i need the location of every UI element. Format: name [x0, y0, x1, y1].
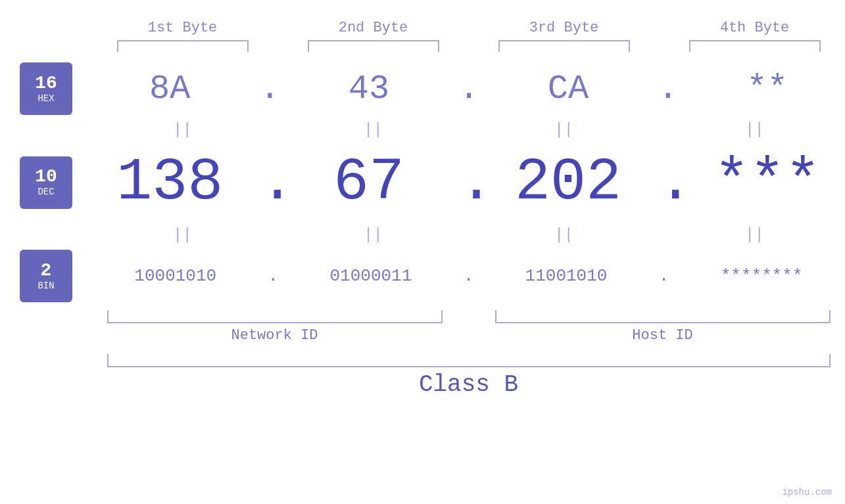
bin-base-number: 2	[41, 261, 52, 281]
eq3-hex: ||	[498, 121, 630, 139]
class-label: Class B	[419, 371, 518, 398]
hex-badge-col: 16 HEX	[0, 62, 92, 115]
eq1-hex: ||	[117, 121, 249, 139]
byte4-hex: **	[702, 70, 833, 108]
eq2-hex: ||	[308, 121, 439, 139]
bracket-byte3-top	[498, 40, 630, 52]
byte1-dec: 138	[104, 149, 235, 216]
dot3-bin: .	[658, 266, 671, 286]
byte3-bin: 11001010	[491, 266, 642, 286]
byte2-hex: 43	[303, 70, 435, 108]
bracket-byte1-top	[117, 40, 249, 52]
byte2-dec: 67	[303, 149, 435, 216]
dot1-bin: .	[266, 266, 279, 286]
byte2-label: 2nd Byte	[308, 20, 439, 36]
bracket-byte4-top	[689, 40, 821, 52]
dot1-dec: .	[260, 149, 279, 216]
byte1-bin: 10001010	[100, 266, 251, 286]
dot2-dec: .	[458, 149, 478, 216]
dec-badge: 10 DEC	[20, 156, 72, 209]
bracket-host-bottom	[495, 310, 831, 323]
byte4-label: 4th Byte	[689, 20, 821, 36]
bin-badge-col: 2 BIN	[0, 250, 92, 302]
host-id-label: Host ID	[495, 327, 831, 344]
eq3-dec: ||	[498, 226, 630, 244]
bin-badge: 2 BIN	[20, 250, 72, 302]
bottom-brackets	[107, 310, 831, 323]
byte3-hex: CA	[502, 70, 634, 108]
equals-row-1: || || || ||	[107, 115, 831, 145]
byte1-hex: 8A	[104, 70, 235, 108]
full-bracket	[107, 354, 831, 367]
bracket-class-bottom	[107, 354, 831, 367]
byte4-bin: ********	[686, 266, 837, 286]
byte1-label: 1st Byte	[117, 20, 249, 36]
dec-base-number: 10	[35, 167, 57, 187]
eq2-dec: ||	[308, 226, 439, 244]
byte3-dec: 202	[502, 149, 634, 216]
byte3-label: 3rd Byte	[498, 20, 630, 36]
dot3-dec: .	[658, 149, 677, 216]
hex-base-name: HEX	[37, 94, 54, 104]
dot3-hex: .	[658, 70, 677, 108]
eq4-dec: ||	[689, 226, 821, 244]
watermark: ipshu.com	[782, 487, 832, 497]
hex-badge: 16 HEX	[20, 62, 72, 115]
bracket-network-bottom	[107, 310, 443, 323]
class-label-row: Class B	[107, 371, 831, 398]
dec-badge-col: 10 DEC	[0, 156, 92, 209]
hex-base-number: 16	[35, 74, 57, 94]
network-id-label: Network ID	[107, 327, 443, 344]
id-labels: Network ID Host ID	[107, 327, 831, 344]
eq1-dec: ||	[117, 226, 249, 244]
dec-base-name: DEC	[37, 187, 54, 197]
eq4-hex: ||	[689, 121, 821, 139]
dot2-hex: .	[458, 70, 478, 108]
dot1-hex: .	[260, 70, 279, 108]
byte4-dec: ***	[702, 149, 833, 216]
bin-base-name: BIN	[37, 281, 54, 291]
bracket-byte2-top	[308, 40, 439, 52]
byte2-bin: 01000011	[295, 266, 447, 286]
dot2-bin: .	[462, 266, 475, 286]
main-container: 1st Byte 2nd Byte 3rd Byte 4th Byte 16 H…	[0, 0, 845, 504]
equals-row-2: || || || ||	[107, 220, 831, 250]
